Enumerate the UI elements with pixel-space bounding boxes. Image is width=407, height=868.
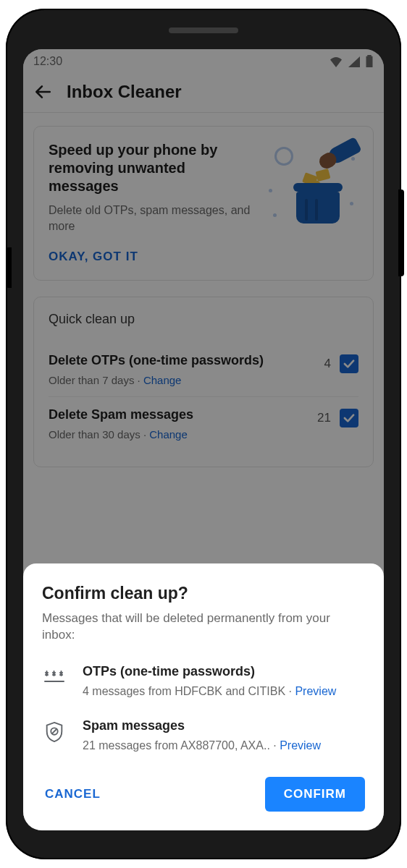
phone-speaker <box>169 27 238 33</box>
dialog-sub: Messages that will be deleted permanentl… <box>42 610 365 644</box>
dialog-item-detail-text: 4 messages from HDFCBK and CITIBK · <box>83 685 295 697</box>
otp-icon <box>42 664 67 684</box>
dialog-item-title: OTPs (one-time passwords) <box>83 664 336 679</box>
phone-side-button-left <box>6 247 12 288</box>
spam-shield-icon <box>42 718 67 743</box>
dialog-item-detail: 21 messages from AX887700, AXA.. · Previ… <box>83 739 321 752</box>
phone-frame: 12:30 Inbox Cleaner Speed up your phone … <box>6 9 401 859</box>
dialog-item-spam: Spam messages 21 messages from AX887700,… <box>42 718 365 752</box>
svg-line-2 <box>52 729 57 734</box>
preview-link[interactable]: Preview <box>295 685 336 697</box>
dialog-item-title: Spam messages <box>83 718 321 733</box>
cancel-button[interactable]: CANCEL <box>42 780 104 809</box>
dialog-item-detail-text: 21 messages from AX887700, AXA.. · <box>83 739 280 752</box>
phone-side-button-right <box>398 190 404 276</box>
screen: 12:30 Inbox Cleaner Speed up your phone … <box>23 49 384 830</box>
preview-link[interactable]: Preview <box>280 739 321 752</box>
dialog-actions: CANCEL CONFIRM <box>42 777 365 812</box>
dialog-title: Confirm clean up? <box>42 584 365 603</box>
dialog-item-otps: OTPs (one-time passwords) 4 messages fro… <box>42 664 365 698</box>
confirm-button[interactable]: CONFIRM <box>265 777 365 812</box>
confirm-dialog: Confirm clean up? Messages that will be … <box>23 563 384 830</box>
dialog-item-detail: 4 messages from HDFCBK and CITIBK · Prev… <box>83 685 336 698</box>
